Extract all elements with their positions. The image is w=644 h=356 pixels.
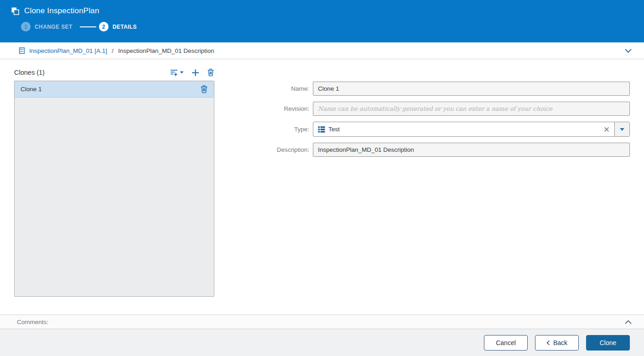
clone-inspectionplan-dialog: Clone InspectionPlan 1 CHANGE SET 2 DETA… (0, 0, 644, 356)
revision-field-row: Revision: (255, 102, 630, 116)
type-label: Type: (255, 126, 313, 133)
step-2-label: DETAILS (113, 24, 137, 30)
description-label: Description: (255, 146, 313, 153)
type-value: Test (313, 122, 599, 136)
clone-details-form: Name: Revision: Type: (255, 82, 630, 163)
comments-section: Comments: (0, 315, 644, 329)
step-1-circle: 1 (21, 22, 31, 31)
step-1-label: CHANGE SET (35, 24, 73, 30)
clone-icon (11, 7, 20, 15)
clones-panel: Clones (1) (14, 67, 214, 297)
description-field[interactable] (313, 143, 630, 157)
add-clone-button[interactable] (192, 69, 199, 77)
trash-icon (200, 85, 208, 93)
clones-list: Clone 1 (14, 81, 214, 297)
back-button-label: Back (553, 339, 567, 346)
delete-clone-button[interactable] (200, 85, 208, 93)
add-multiple-button[interactable] (170, 69, 184, 77)
type-dropdown-button[interactable] (614, 122, 629, 136)
chevron-left-icon (546, 340, 550, 346)
type-selected-value: Test (328, 126, 340, 133)
dialog-title: Clone InspectionPlan (24, 6, 99, 15)
back-button[interactable]: Back (535, 335, 579, 351)
revision-field[interactable] (313, 102, 630, 116)
name-field[interactable] (313, 82, 630, 96)
clone-button-label: Clone (600, 339, 617, 346)
title-row: Clone InspectionPlan (0, 0, 644, 15)
list-item-label: Clone 1 (21, 86, 200, 93)
name-label: Name: (255, 85, 313, 92)
step-change-set[interactable]: 1 CHANGE SET (21, 22, 73, 31)
clones-toolbar (170, 68, 214, 77)
close-icon[interactable] (599, 122, 614, 136)
cancel-button[interactable]: Cancel (484, 335, 528, 351)
name-field-row: Name: (255, 82, 630, 96)
step-details: 2 DETAILS (99, 22, 137, 31)
inspection-plan-icon (18, 47, 26, 54)
delete-all-button[interactable] (207, 68, 214, 77)
step-2-circle: 2 (99, 22, 109, 31)
type-object-icon (318, 126, 325, 133)
breadcrumb-separator: / (112, 47, 114, 54)
plus-icon (192, 69, 199, 77)
dialog-footer: Cancel Back Clone (0, 329, 644, 356)
breadcrumb-current: InspectionPlan_MD_01 Description (118, 47, 214, 54)
comments-label: Comments: (17, 319, 48, 325)
step-connector (80, 26, 96, 27)
breadcrumb: InspectionPlan_MD_01 [A.1] / InspectionP… (0, 42, 644, 59)
add-list-icon (170, 69, 178, 77)
clone-button[interactable]: Clone (586, 335, 630, 351)
breadcrumb-object-link[interactable]: InspectionPlan_MD_01 [A.1] (29, 47, 107, 54)
description-field-row: Description: (255, 143, 630, 157)
type-field[interactable]: Test (313, 122, 630, 137)
trash-icon (207, 68, 214, 77)
clones-panel-title: Clones (1) (14, 69, 170, 76)
caret-down-icon (619, 128, 625, 131)
cancel-button-label: Cancel (496, 339, 516, 346)
list-item[interactable]: Clone 1 (15, 81, 214, 98)
type-field-row: Type: Test (255, 122, 630, 137)
clones-panel-header: Clones (1) (14, 67, 214, 78)
dialog-header: Clone InspectionPlan 1 CHANGE SET 2 DETA… (0, 0, 644, 42)
chevron-down-icon[interactable] (623, 46, 634, 55)
caret-down-icon (180, 71, 184, 74)
chevron-up-icon[interactable] (623, 318, 634, 326)
revision-label: Revision: (255, 105, 313, 112)
wizard-steps: 1 CHANGE SET 2 DETAILS (21, 22, 644, 31)
